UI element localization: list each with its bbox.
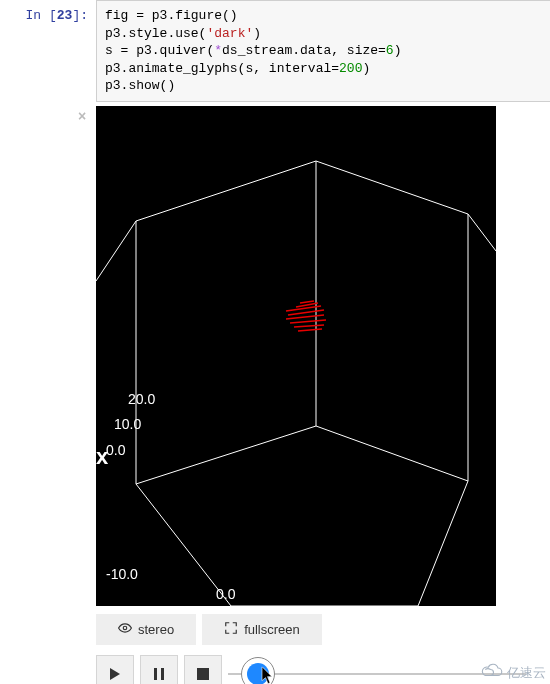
svg-line-19 xyxy=(300,301,314,303)
pause-icon xyxy=(153,668,165,680)
axis-tick: -10.0 xyxy=(106,566,138,582)
x-axis-label: x xyxy=(96,444,108,470)
3d-plot-canvas[interactable]: 20.0 10.0 0.0 x -10.0 0.0 xyxy=(96,106,496,606)
axis-tick: 0.0 xyxy=(106,442,125,458)
fullscreen-button[interactable]: fullscreen xyxy=(202,614,322,645)
stereo-button[interactable]: stereo xyxy=(96,614,196,645)
prompt-in: In [ xyxy=(26,8,57,23)
axis-tick: 20.0 xyxy=(128,391,155,407)
close-icon[interactable]: × xyxy=(78,108,86,124)
svg-rect-22 xyxy=(154,668,157,680)
play-button[interactable] xyxy=(96,655,134,684)
svg-line-6 xyxy=(316,426,468,481)
svg-point-20 xyxy=(123,626,127,630)
stereo-label: stereo xyxy=(138,622,174,637)
svg-rect-23 xyxy=(161,668,164,680)
eye-icon xyxy=(118,621,132,638)
media-controls xyxy=(96,655,526,684)
svg-line-15 xyxy=(290,320,326,323)
watermark: 亿速云 xyxy=(480,663,546,682)
pause-button[interactable] xyxy=(140,655,178,684)
code-editor[interactable]: fig = p3.figure()p3.style.use('dark')s =… xyxy=(96,0,550,102)
cloud-icon xyxy=(480,663,504,682)
svg-line-0 xyxy=(136,161,316,221)
svg-line-5 xyxy=(136,426,316,484)
svg-marker-21 xyxy=(110,668,120,680)
svg-line-8 xyxy=(418,481,468,606)
play-icon xyxy=(109,668,121,680)
axis-tick: 10.0 xyxy=(114,416,141,432)
slider-thumb-inner xyxy=(247,663,269,684)
svg-line-16 xyxy=(294,325,324,327)
watermark-text: 亿速云 xyxy=(507,664,546,682)
svg-line-11 xyxy=(468,214,496,251)
view-buttons: stereo fullscreen xyxy=(96,614,550,645)
prompt-close: ]: xyxy=(72,8,88,23)
slider-thumb[interactable] xyxy=(241,657,275,684)
svg-line-10 xyxy=(96,221,136,281)
input-prompt: In [23]: xyxy=(0,0,96,23)
svg-line-14 xyxy=(286,315,324,319)
axis-tick: 0.0 xyxy=(216,586,235,602)
stop-button[interactable] xyxy=(184,655,222,684)
fullscreen-label: fullscreen xyxy=(244,622,300,637)
svg-line-1 xyxy=(316,161,468,214)
svg-line-17 xyxy=(298,329,322,331)
prompt-number: 23 xyxy=(57,8,73,23)
expand-icon xyxy=(224,621,238,638)
output-area: × xyxy=(0,102,550,684)
svg-rect-24 xyxy=(197,668,209,680)
code-cell: In [23]: fig = p3.figure()p3.style.use('… xyxy=(0,0,550,102)
stop-icon xyxy=(197,668,209,680)
